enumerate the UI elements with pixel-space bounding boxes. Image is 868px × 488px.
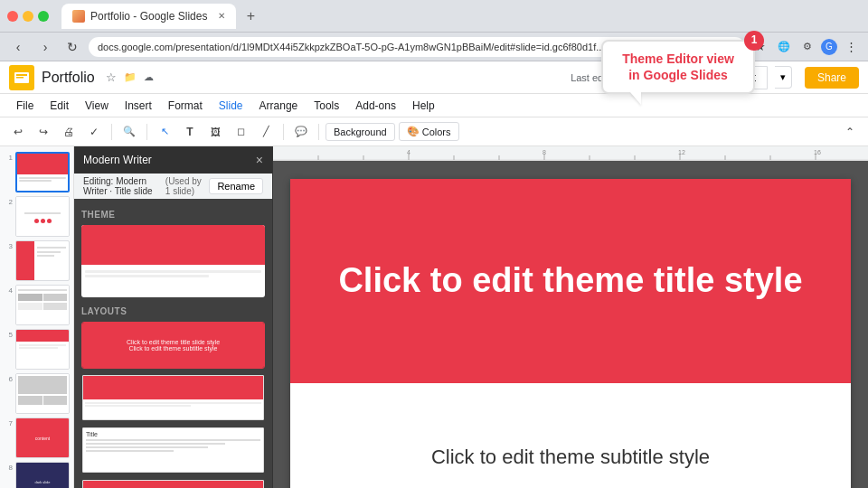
maximize-traffic-light[interactable] xyxy=(38,11,49,22)
slide-thumb-7[interactable]: 7 content xyxy=(4,418,70,458)
collapse-button[interactable]: ⌃ xyxy=(839,121,861,143)
callout-text: Theme Editor view in Google Slides xyxy=(622,52,734,82)
slide-num-5: 5 xyxy=(4,329,13,339)
slide-thumbnail-2[interactable] xyxy=(15,196,70,237)
menu-edit[interactable]: Edit xyxy=(42,97,76,115)
toolbar: ↩ ↪ 🖨 ✓ 🔍 ↖ T 🖼 ◻ ╱ 💬 Background 🎨 Color… xyxy=(0,117,868,146)
colors-button[interactable]: 🎨 Colors xyxy=(399,122,459,141)
slide-canvas-scroll[interactable]: Click to edit theme title style Click to… xyxy=(273,161,868,488)
slide-thumb-3[interactable]: 3 xyxy=(4,240,70,281)
slide-title-text[interactable]: Click to edit theme title style xyxy=(320,242,820,320)
slides-favicon xyxy=(72,10,85,23)
menu-format[interactable]: Format xyxy=(161,97,210,115)
folder-icon[interactable]: 📁 xyxy=(122,70,138,85)
slide-thumb-4[interactable]: 4 xyxy=(4,285,70,325)
slide-thumbnail-5[interactable] xyxy=(15,329,70,370)
shapes-button[interactable]: ◻ xyxy=(230,121,251,143)
slide-canvas[interactable]: Click to edit theme title style Click to… xyxy=(290,179,851,488)
menu-tools[interactable]: Tools xyxy=(307,97,346,115)
menu-insert[interactable]: Insert xyxy=(118,97,159,115)
slide-thumbnail-1[interactable] xyxy=(15,152,70,192)
star-icon[interactable]: ☆ xyxy=(104,69,118,86)
ruler-top: 4 8 12 16 xyxy=(273,146,868,161)
menu-help[interactable]: Help xyxy=(405,97,442,115)
tab-close-icon[interactable]: ✕ xyxy=(218,11,225,21)
slide-thumb-6[interactable]: 6 xyxy=(4,373,70,414)
menu-addons[interactable]: Add-ons xyxy=(348,97,403,115)
svg-text:12: 12 xyxy=(678,149,685,155)
new-tab-button[interactable]: + xyxy=(240,5,261,27)
editing-label: Editing: Modern Writer · Title slide xyxy=(83,176,160,196)
layout-thumb-2[interactable] xyxy=(81,374,265,421)
title-icons: ☆ 📁 ☁ xyxy=(104,69,156,86)
slide-num-6: 6 xyxy=(4,373,13,383)
layout-thumb-3[interactable]: Title xyxy=(81,427,265,474)
cursor-button[interactable]: ↖ xyxy=(154,121,175,143)
theme-panel-title: Modern Writer xyxy=(83,154,152,166)
slide-num-4: 4 xyxy=(4,285,13,295)
background-button[interactable]: Background xyxy=(326,123,395,141)
slide-num-8: 8 xyxy=(4,462,13,472)
menu-view[interactable]: View xyxy=(78,97,116,115)
layout-3-title: Title xyxy=(86,431,260,437)
slide-thumb-8[interactable]: 8 dark slide xyxy=(4,462,70,488)
slide-thumbnail-6[interactable] xyxy=(15,373,70,414)
theme-thumbnail[interactable] xyxy=(81,225,265,297)
slide-thumb-5[interactable]: 5 xyxy=(4,329,70,370)
tab-title: Portfolio - Google Slides xyxy=(90,10,207,23)
extension-icon-1[interactable]: 🌐 xyxy=(774,37,794,57)
theme-section-label: THEME xyxy=(81,210,265,220)
text-button[interactable]: T xyxy=(179,121,201,143)
line-button[interactable]: ╱ xyxy=(255,121,277,143)
theme-close-button[interactable]: × xyxy=(256,153,263,167)
slides-logo xyxy=(9,65,34,90)
menu-arrange[interactable]: Arrange xyxy=(252,97,306,115)
layout-1-text: Click to edit theme title slide styleCli… xyxy=(124,336,222,354)
slide-thumb-1[interactable]: 1 xyxy=(4,152,70,192)
toolbar-sep-2 xyxy=(146,124,147,140)
slide-thumbnail-7[interactable]: content xyxy=(15,418,70,458)
extension-icon-2[interactable]: ⚙ xyxy=(797,37,817,57)
back-button[interactable]: ‹ xyxy=(7,36,29,58)
menu-slide[interactable]: Slide xyxy=(212,97,250,115)
more-icon[interactable]: ⋮ xyxy=(841,37,861,57)
used-label: (Used by 1 slide) xyxy=(165,176,204,196)
svg-text:16: 16 xyxy=(814,149,821,155)
slide-canvas-area: 4 8 12 16 Click to edit theme title styl… xyxy=(273,146,868,488)
svg-rect-2 xyxy=(16,74,27,76)
menu-file[interactable]: File xyxy=(9,97,41,115)
close-traffic-light[interactable] xyxy=(7,11,18,22)
cloud-icon[interactable]: ☁ xyxy=(142,70,156,85)
comment-button[interactable]: 💬 xyxy=(290,121,312,143)
slide-subtitle-text[interactable]: Click to edit theme subtitle style xyxy=(431,446,710,469)
layouts-section-label: LAYOUTS xyxy=(81,306,265,316)
toolbar-sep-1 xyxy=(111,124,112,140)
undo-button[interactable]: ↩ xyxy=(7,121,29,143)
slide-thumbnail-8[interactable]: dark slide xyxy=(15,462,70,488)
refresh-button[interactable]: ↻ xyxy=(61,36,83,58)
present-dropdown[interactable]: ▾ xyxy=(775,66,792,89)
rename-button[interactable]: Rename xyxy=(209,178,263,194)
slide-bottom-section: Click to edit theme subtitle style xyxy=(290,383,851,488)
tab-bar: Portfolio - Google Slides ✕ + xyxy=(61,4,861,29)
minimize-traffic-light[interactable] xyxy=(23,11,33,22)
slide-thumbnail-4[interactable] xyxy=(15,285,70,325)
slide-thumbnail-3[interactable] xyxy=(15,240,70,281)
active-tab[interactable]: Portfolio - Google Slides ✕ xyxy=(61,4,236,29)
slides-app: Portfolio ☆ 📁 ☁ Last edit was 14 minutes… xyxy=(0,61,868,488)
spell-button[interactable]: ✓ xyxy=(83,121,105,143)
forward-button[interactable]: › xyxy=(34,36,56,58)
redo-button[interactable]: ↪ xyxy=(33,121,54,143)
layout-thumb-1[interactable]: Click to edit theme title slide styleCli… xyxy=(81,322,265,369)
extension-icon-3[interactable]: G xyxy=(821,39,837,55)
zoom-button[interactable]: 🔍 xyxy=(118,121,140,143)
toolbar-sep-3 xyxy=(283,124,284,140)
browser-chrome: Portfolio - Google Slides ✕ + xyxy=(0,0,868,33)
slide-num-7: 7 xyxy=(4,418,13,427)
share-button[interactable]: Share xyxy=(805,67,859,89)
layout-thumb-4[interactable] xyxy=(81,479,265,488)
print-button[interactable]: 🖨 xyxy=(58,121,80,143)
slide-thumb-2[interactable]: 2 xyxy=(4,196,70,237)
slide-top-section: Click to edit theme title style xyxy=(290,179,851,383)
image-button[interactable]: 🖼 xyxy=(204,121,226,143)
